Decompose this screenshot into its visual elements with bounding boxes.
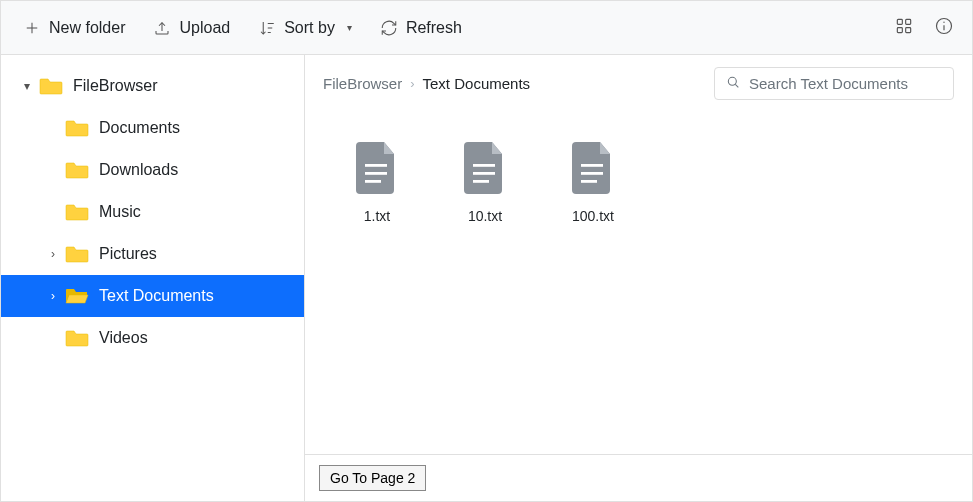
new-folder-button[interactable]: New folder [9,11,139,45]
folder-icon [39,76,63,96]
tree-item[interactable]: ›Pictures [1,233,304,275]
info-button[interactable] [924,8,964,48]
tree-item[interactable]: ›Music [1,191,304,233]
text-file-icon [356,142,398,194]
svg-point-13 [943,22,944,23]
svg-rect-10 [906,28,911,33]
toolbar: New folder Upload Sort by ▾ Refresh [1,1,972,55]
svg-rect-7 [897,19,902,24]
tree-item-label: Downloads [99,161,178,179]
svg-point-14 [728,77,736,85]
upload-label: Upload [179,19,230,37]
content-pane: FileBrowser › Text Documents 1.txt10.txt… [305,55,972,501]
file-grid: 1.txt10.txt100.txt [305,112,972,454]
folder-icon [65,202,89,222]
tree-item[interactable]: ›Videos [1,317,304,359]
svg-rect-22 [581,164,603,167]
svg-rect-9 [897,28,902,33]
svg-line-15 [735,84,738,87]
tree-item[interactable]: ›Text Documents [1,275,304,317]
info-icon [934,16,954,39]
breadcrumb: FileBrowser › Text Documents [323,75,702,92]
folder-icon [65,244,89,264]
search-input[interactable] [749,75,943,92]
refresh-label: Refresh [406,19,462,37]
breadcrumb-current: Text Documents [423,75,531,92]
svg-rect-18 [365,180,381,183]
folder-icon [65,160,89,180]
svg-rect-23 [581,172,603,175]
refresh-icon [380,19,398,37]
grid-icon [894,16,914,39]
search-icon [725,74,749,93]
svg-rect-17 [365,172,387,175]
tree-root[interactable]: ▾ FileBrowser [1,65,304,107]
tree-item[interactable]: ›Downloads [1,149,304,191]
tree-item-label: Videos [99,329,148,347]
refresh-button[interactable]: Refresh [366,11,476,45]
svg-rect-8 [906,19,911,24]
upload-button[interactable]: Upload [139,11,244,45]
tree-root-label: FileBrowser [73,77,157,95]
file-name: 10.txt [468,208,502,224]
folder-open-icon [65,286,89,306]
file-name: 1.txt [364,208,390,224]
file-item[interactable]: 100.txt [545,136,641,230]
breadcrumb-parent[interactable]: FileBrowser [323,75,402,92]
svg-rect-20 [473,172,495,175]
sort-by-label: Sort by [284,19,335,37]
tree-item-label: Documents [99,119,180,137]
chevron-right-icon: › [410,76,414,91]
svg-rect-16 [365,164,387,167]
upload-icon [153,19,171,37]
sort-by-button[interactable]: Sort by ▾ [244,11,366,45]
tree-item[interactable]: ›Documents [1,107,304,149]
view-grid-button[interactable] [884,8,924,48]
folder-tree: ▾ FileBrowser ›Documents›Downloads›Music… [1,55,305,501]
plus-icon [23,19,41,37]
svg-rect-21 [473,180,489,183]
tree-item-label: Text Documents [99,287,214,305]
tree-item-label: Pictures [99,245,157,263]
tree-item-label: Music [99,203,141,221]
new-folder-label: New folder [49,19,125,37]
chevron-down-icon[interactable]: ▾ [15,79,39,93]
folder-icon [65,118,89,138]
text-file-icon [464,142,506,194]
chevron-right-icon[interactable]: › [41,247,65,261]
file-name: 100.txt [572,208,614,224]
search-box[interactable] [714,67,954,100]
sort-icon [258,19,276,37]
folder-icon [65,328,89,348]
chevron-right-icon[interactable]: › [41,289,65,303]
footer: Go To Page 2 [305,454,972,501]
go-to-page-2-button[interactable]: Go To Page 2 [319,465,426,491]
svg-rect-24 [581,180,597,183]
file-item[interactable]: 1.txt [329,136,425,230]
svg-rect-19 [473,164,495,167]
file-item[interactable]: 10.txt [437,136,533,230]
text-file-icon [572,142,614,194]
chevron-down-icon: ▾ [347,22,352,33]
